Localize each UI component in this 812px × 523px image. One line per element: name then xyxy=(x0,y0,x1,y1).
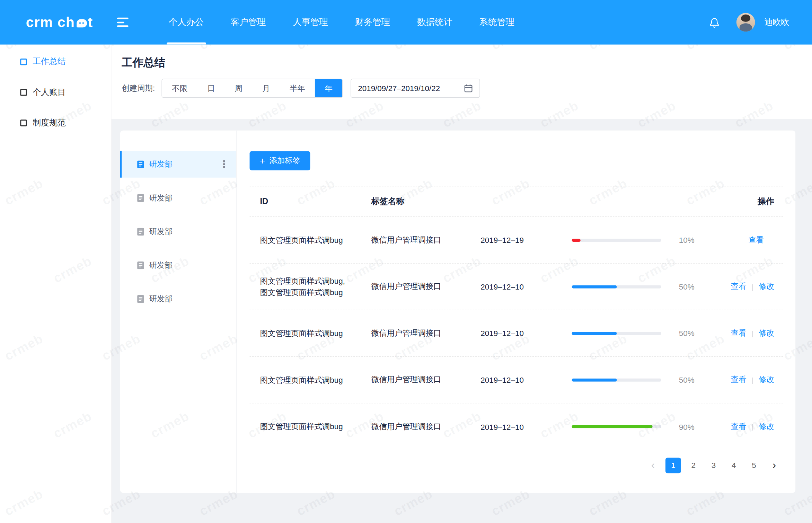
department-item[interactable]: 研发部 ⋮ xyxy=(120,151,236,178)
task-name: 图文管理页面样式调bug xyxy=(250,328,371,339)
nav-item-finance-management[interactable]: 财务管理 xyxy=(342,0,404,45)
progress-cell xyxy=(572,238,670,241)
task-name: 图文管理页面样式调bug, 图文管理页面样式调bug xyxy=(250,275,371,298)
view-link[interactable]: 查看 xyxy=(731,282,747,291)
pagination-page-3[interactable]: 3 xyxy=(706,458,722,473)
page-title: 工作总结 xyxy=(122,55,800,70)
nav-item-system-management[interactable]: 系统管理 xyxy=(466,0,528,45)
more-actions-icon[interactable]: ⋮ xyxy=(219,159,229,169)
progress-bar xyxy=(572,331,661,335)
work-summary-icon xyxy=(20,58,27,65)
row-date: 2019–12–10 xyxy=(480,282,572,291)
progress-bar xyxy=(572,285,661,288)
department-label: 研发部 xyxy=(149,227,173,236)
date-range-input[interactable]: 2019/09/27–2019/10/22 xyxy=(351,79,480,98)
nav-item-data-statistics[interactable]: 数据统计 xyxy=(404,0,466,45)
pagination-prev[interactable]: ‹ xyxy=(645,458,661,473)
sidebar-item-personal-account[interactable]: 个人账目 xyxy=(0,80,111,104)
avatar[interactable] xyxy=(736,13,755,32)
tag-name: 微信用户管理调接口 xyxy=(371,235,480,245)
department-label: 研发部 xyxy=(149,193,173,203)
column-header-tag-name: 标签名称 xyxy=(371,196,480,207)
sidebar-item-work-summary[interactable]: 工作总结 xyxy=(0,50,111,74)
sidebar-item-rules[interactable]: 制度规范 xyxy=(0,111,111,135)
edit-link[interactable]: 修改 xyxy=(759,328,774,338)
progress-bar xyxy=(572,238,661,241)
tags-table: ID 标签名称 操作 图文管理页面样式调bug 微信用户管理调接口 2019–1… xyxy=(250,186,783,450)
task-name: 图文管理页面样式调bug xyxy=(250,234,371,246)
table-row: 图文管理页面样式调bug 微信用户管理调接口 2019–12–10 90% 查看… xyxy=(250,404,783,450)
period-option-unlimited[interactable]: 不限 xyxy=(162,79,197,97)
view-link[interactable]: 查看 xyxy=(731,375,747,384)
task-name: 图文管理页面样式调bug xyxy=(250,374,371,385)
logo-text-left: crm ch xyxy=(26,14,75,30)
logo-text-right: t xyxy=(88,14,93,30)
department-label: 研发部 xyxy=(149,260,173,270)
edit-link[interactable]: 修改 xyxy=(759,422,774,432)
table-row: 图文管理页面样式调bug 微信用户管理调接口 2019–12–10 50% 查看… xyxy=(250,357,783,404)
row-date: 2019–12–10 xyxy=(480,375,572,384)
nav-item-hr-management[interactable]: 人事管理 xyxy=(280,0,342,45)
notification-bell-icon[interactable] xyxy=(709,16,720,28)
logo-bubble-icon xyxy=(77,19,87,27)
progress-percent: 50% xyxy=(670,282,717,291)
pagination: ‹ 1 2 3 4 5 › xyxy=(645,458,782,473)
view-link[interactable]: 查看 xyxy=(731,328,747,338)
department-label: 研发部 xyxy=(149,294,173,303)
department-item[interactable]: 研发部 xyxy=(120,184,236,211)
period-segmented-control: 不限 日 周 月 半年 年 xyxy=(162,79,343,98)
pagination-page-2[interactable]: 2 xyxy=(686,458,701,473)
department-label: 研发部 xyxy=(149,159,173,169)
sidebar-item-label: 工作总结 xyxy=(33,56,66,67)
app-viewport: crm ch t 个人办公 客户管理 人事管理 财务管理 数据统计 系统管理 xyxy=(0,0,812,523)
action-divider: | xyxy=(752,423,753,431)
department-panel: 研发部 ⋮ 研发部 研发部 xyxy=(120,131,237,493)
pagination-page-5[interactable]: 5 xyxy=(746,458,762,473)
period-option-half-year[interactable]: 半年 xyxy=(280,79,315,97)
department-item[interactable]: 研发部 xyxy=(120,252,236,279)
app-header: crm ch t 个人办公 客户管理 人事管理 财务管理 数据统计 系统管理 xyxy=(0,0,812,45)
row-actions: 查看 | 修改 xyxy=(717,422,783,432)
calendar-icon xyxy=(464,84,473,92)
table-header-row: ID 标签名称 操作 xyxy=(250,186,783,217)
progress-percent: 50% xyxy=(670,375,717,384)
plus-icon: + xyxy=(259,156,265,166)
department-item[interactable]: 研发部 xyxy=(120,285,236,312)
period-option-year[interactable]: 年 xyxy=(315,79,342,97)
add-tag-button[interactable]: + 添加标签 xyxy=(250,151,310,170)
view-link[interactable]: 查看 xyxy=(731,422,747,432)
sidebar-item-label: 个人账目 xyxy=(33,87,66,97)
app-logo: crm ch t xyxy=(26,14,93,30)
progress-fill xyxy=(572,331,616,335)
menu-toggle-icon[interactable] xyxy=(117,15,130,29)
pagination-page-1[interactable]: 1 xyxy=(665,458,681,473)
row-date: 2019–12–19 xyxy=(480,236,572,244)
task-name: 图文管理页面样式调bug xyxy=(250,421,371,433)
user-name[interactable]: 迪欧欧 xyxy=(764,17,789,28)
tag-name: 微信用户管理调接口 xyxy=(371,282,480,291)
screenshot-root: crm ch t 个人办公 客户管理 人事管理 财务管理 数据统计 系统管理 xyxy=(0,0,812,523)
header-right: 迪欧欧 xyxy=(709,13,812,32)
period-option-week[interactable]: 周 xyxy=(225,79,252,97)
row-actions: 查看 | 修改 xyxy=(717,328,783,338)
nav-item-personal-office[interactable]: 个人办公 xyxy=(155,0,217,45)
department-item[interactable]: 研发部 xyxy=(120,218,236,245)
view-link[interactable]: 查看 xyxy=(748,235,764,245)
table-row: 图文管理页面样式调bug 微信用户管理调接口 2019–12–10 50% 查看… xyxy=(250,310,783,357)
nav-item-customer-management[interactable]: 客户管理 xyxy=(217,0,279,45)
filter-row: 创建周期: 不限 日 周 月 半年 年 2019/09/27–2019/10/2… xyxy=(122,79,800,98)
document-icon xyxy=(137,160,144,168)
period-option-month[interactable]: 月 xyxy=(252,79,280,97)
progress-percent: 90% xyxy=(670,422,717,431)
pagination-page-4[interactable]: 4 xyxy=(726,458,742,473)
rules-icon xyxy=(20,119,27,126)
filter-toolbar: 工作总结 创建周期: 不限 日 周 月 半年 年 2019/09/27–2019… xyxy=(111,45,812,119)
main-area: 工作总结 创建周期: 不限 日 周 月 半年 年 2019/09/27–2019… xyxy=(111,45,812,523)
period-option-day[interactable]: 日 xyxy=(197,79,225,97)
edit-link[interactable]: 修改 xyxy=(759,282,774,291)
edit-link[interactable]: 修改 xyxy=(759,375,774,384)
pagination-next[interactable]: › xyxy=(766,458,782,473)
action-divider: | xyxy=(752,282,753,291)
progress-cell xyxy=(572,425,670,428)
table-row: 图文管理页面样式调bug 微信用户管理调接口 2019–12–19 10% 查看 xyxy=(250,217,783,264)
